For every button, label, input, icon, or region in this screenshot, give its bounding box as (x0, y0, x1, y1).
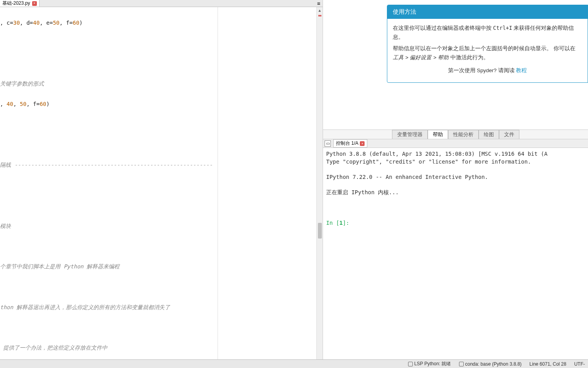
code-number: 50 (53, 20, 60, 26)
console-prompt: In [ (326, 220, 339, 226)
help-menu-path: 工具 > 偏好设置 > 帮助 (393, 55, 449, 60)
tab-files[interactable]: 文件 (499, 130, 519, 139)
help-tabs-row: 变量管理器 帮助 性能分析 绘图 文件 (323, 129, 588, 139)
status-position[interactable]: Line 6071, Col 28 (530, 361, 566, 367)
help-text: 帮助信息可以在一个对象之后加上一个左圆括号的时候自动显示。 你可以在 (393, 46, 575, 51)
status-lsp[interactable]: LSP Python: 就绪 (408, 361, 451, 367)
editor-tab-label: 基础-2023.py (2, 0, 30, 7)
status-encoding[interactable]: UTF- (574, 361, 585, 367)
code-comment: thon 解释器退出再进入，那么你定义的所有的方法和变量就都消失了 (0, 304, 170, 310)
close-icon[interactable]: × (32, 1, 37, 6)
editor-content[interactable]: , c=30, d=40, e=50, f=60) 关键字参数的形式 , 40,… (0, 7, 316, 368)
code-text: , d= (20, 20, 33, 26)
code-text: ) (79, 20, 82, 26)
main-container: 基础-2023.py × ≡ , c=30, d=40, e=50, f=60)… (0, 0, 588, 368)
scroll-up-icon[interactable]: ▲ (317, 7, 323, 13)
new-console-icon[interactable]: ▭ (325, 140, 331, 147)
code-text: , f= (26, 101, 40, 107)
code-comment: 个章节中我们脚本上是用 Python 解释器来编程 (0, 263, 120, 270)
console-tab-label: 控制台 1/A (336, 140, 358, 147)
tab-plots[interactable]: 绘图 (479, 130, 499, 139)
code-number: 60 (73, 20, 79, 26)
tab-profiler[interactable]: 性能分析 (448, 130, 479, 139)
hamburger-icon[interactable]: ≡ (315, 0, 323, 7)
code-comment: 模块 (0, 223, 11, 229)
scroll-thumb[interactable] (318, 223, 322, 239)
code-comment: 隔线 (0, 162, 14, 168)
editor-body: , c=30, d=40, e=50, f=60) 关键字参数的形式 , 40,… (0, 7, 323, 368)
conda-icon (459, 362, 464, 366)
gear-icon (408, 362, 413, 366)
editor-panel: 基础-2023.py × ≡ , c=30, d=40, e=50, f=60)… (0, 0, 323, 368)
help-shortcut: Ctrl+I (493, 25, 512, 31)
console-banner: IPython 7.22.0 -- An enhanced Interactiv… (326, 174, 488, 180)
code-number: 40 (33, 20, 40, 26)
code-text: , c= (0, 20, 13, 26)
code-text: , (0, 101, 7, 107)
code-text: , f= (60, 20, 73, 26)
code-text: , (13, 101, 20, 107)
console-body[interactable]: Python 3.8.8 (default, Apr 13 2021, 15:0… (323, 148, 588, 359)
editor-ruler (218, 7, 218, 368)
help-header: 使用方法 (387, 5, 588, 19)
console-tab[interactable]: 控制台 1/A × (333, 139, 367, 148)
scroll-marker (318, 15, 321, 16)
editor-tabs: 基础-2023.py × ≡ (0, 0, 323, 7)
code-number: 50 (20, 101, 27, 107)
editor-scrollbar[interactable]: ▲ (316, 7, 323, 368)
code-text: , e= (40, 20, 53, 26)
help-para-3: 第一次使用 Spyder? 请阅读 教程 (393, 66, 582, 75)
help-body: 在这里你可以通过在编辑器或者终端中按 Ctrl+I 来获得任何对象的帮助信息。 … (387, 19, 588, 82)
console-restart-msg: 正在重启 IPython 内核... (326, 189, 399, 195)
status-bar: LSP Python: 就绪 conda: base (Python 3.8.8… (0, 359, 588, 368)
status-position-label: Line 6071, Col 28 (530, 361, 566, 367)
help-text: 中激活此行为。 (449, 55, 489, 60)
help-para-1: 在这里你可以通过在编辑器或者终端中按 Ctrl+I 来获得任何对象的帮助信息。 (393, 24, 582, 42)
editor-tab[interactable]: 基础-2023.py × (0, 0, 40, 7)
code-text: ) (46, 101, 49, 107)
help-text: 在这里你可以通过在编辑器或者终端中按 (393, 25, 493, 31)
code-number: 40 (7, 101, 13, 107)
tab-variable-explorer[interactable]: 变量管理器 (392, 130, 428, 139)
code-divider: ----------------------------------------… (14, 162, 212, 168)
tutorial-link[interactable]: 教程 (516, 67, 527, 73)
console-banner: Type "copyright", "credits" or "license"… (326, 158, 531, 165)
right-panel: 使用方法 在这里你可以通过在编辑器或者终端中按 Ctrl+I 来获得任何对象的帮… (323, 0, 588, 368)
console-banner: Python 3.8.8 (default, Apr 13 2021, 15:0… (326, 151, 548, 157)
code-comment: 关键字参数的形式 (0, 80, 44, 87)
console-prompt-number: 1 (339, 220, 343, 226)
tab-help[interactable]: 帮助 (428, 130, 448, 139)
status-conda-label: conda: base (Python 3.8.8) (465, 361, 522, 367)
code-number: 60 (40, 101, 46, 107)
console-tabs: ▭ 控制台 1/A × (323, 139, 588, 148)
help-para-2: 帮助信息可以在一个对象之后加上一个左圆括号的时候自动显示。 你可以在 工具 > … (393, 44, 582, 62)
help-panel: 使用方法 在这里你可以通过在编辑器或者终端中按 Ctrl+I 来获得任何对象的帮… (323, 0, 588, 129)
status-lsp-label: LSP Python: 就绪 (414, 361, 451, 367)
code-number: 30 (13, 20, 20, 26)
console-panel: ▭ 控制台 1/A × Python 3.8.8 (default, Apr 1… (323, 139, 588, 368)
status-encoding-label: UTF- (574, 361, 585, 367)
help-text: 第一次使用 Spyder? 请阅读 (448, 67, 516, 73)
help-box: 使用方法 在这里你可以通过在编辑器或者终端中按 Ctrl+I 来获得任何对象的帮… (387, 5, 588, 83)
status-conda[interactable]: conda: base (Python 3.8.8) (459, 361, 522, 367)
console-prompt: ]: (343, 220, 352, 226)
close-icon[interactable]: × (360, 141, 365, 146)
code-comment: 提供了一个办法，把这些定义存放在文件中 (0, 344, 107, 351)
